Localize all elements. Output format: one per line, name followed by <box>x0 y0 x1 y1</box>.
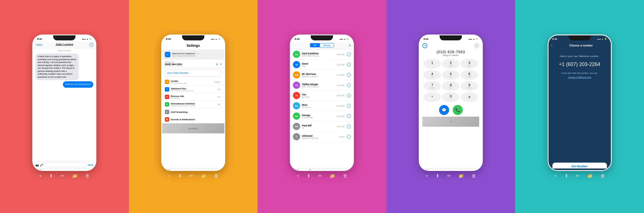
settings-intl-unlimited-row[interactable]: ∞ International Unlimited Unlimited call… <box>162 101 224 108</box>
call-item-steve[interactable]: St Steve Hey! 10:50 AM i <box>291 60 353 70</box>
info-btn-tim[interactable]: i <box>347 94 351 97</box>
key-0[interactable]: 0 + <box>442 92 460 102</box>
share-icon-4[interactable]: ⬆ <box>436 173 439 178</box>
mic-icon[interactable]: 🎤 <box>40 163 43 167</box>
settings-talkatone-plus-row[interactable]: T Talkatone Plus Non-expiring number and… <box>162 86 224 93</box>
message-input[interactable] <box>44 162 87 167</box>
key-3[interactable]: 3 DEF <box>461 59 478 69</box>
tab-keypad-5[interactable]: ⌨ Keypad <box>589 170 595 171</box>
folder-icon-5[interactable]: 📁 <box>587 173 593 178</box>
add-call-button[interactable]: + <box>349 43 351 47</box>
tab-contacts-4[interactable]: 👤 Contacts <box>448 170 454 171</box>
tab-messages-2[interactable]: 💬 Messages <box>176 170 183 171</box>
key-6[interactable]: 6 MNO <box>461 70 478 80</box>
tab-keypad-3[interactable]: ⌨ Keypad <box>332 170 337 171</box>
tab-settings-5[interactable]: ⚙ Settings <box>602 170 607 171</box>
tab-messages-3[interactable]: 💬 50 Messages <box>305 170 312 171</box>
tab-keypad-4[interactable]: ⌨ Keypad <box>461 170 466 171</box>
key-9[interactable]: 9 WXYZ <box>461 81 478 91</box>
share-icon-3[interactable]: ⬆ <box>307 173 310 178</box>
tab-calls-5[interactable]: 📞 Calls <box>552 170 555 171</box>
call-item-talitha[interactable]: TS Talitha Stinger Nah, I don't think so… <box>291 80 353 90</box>
key-7[interactable]: 7 PQRS <box>423 81 441 91</box>
trash-icon-4[interactable]: 🗑 <box>472 173 476 178</box>
trash-icon-2[interactable]: 🗑 <box>214 173 219 178</box>
add-icon-4[interactable]: + <box>425 173 428 178</box>
info-btn-morrison[interactable]: i <box>347 73 351 77</box>
share-icon-2[interactable]: ⬆ <box>178 173 182 178</box>
info-btn-talitha[interactable]: i <box>347 83 351 87</box>
key-5[interactable]: 5 JKL <box>442 70 460 80</box>
key-4[interactable]: 4 GHI <box>423 70 441 80</box>
compose-icon-2[interactable]: ✏ <box>190 173 193 178</box>
trash-icon-3[interactable]: 🗑 <box>343 173 347 178</box>
tab-settings-3[interactable]: ⚙ Settings <box>344 170 350 171</box>
folder-icon-2[interactable]: 📁 <box>201 173 206 178</box>
clear-dialpad-button[interactable]: ✕ <box>474 43 479 48</box>
compose-icon-5[interactable]: ✏ <box>576 173 579 178</box>
tab-contacts-2[interactable]: 👤 Contacts <box>190 170 196 171</box>
tab-settings-1[interactable]: ⚙ Settings <box>87 170 92 171</box>
tab-keypad-1[interactable]: ⌨ Keypad <box>74 170 80 171</box>
tab-calls-4[interactable]: 📞 10 Calls <box>423 170 427 171</box>
tab-messages-1[interactable]: 💬 Messages <box>47 170 54 171</box>
folder-icon-1[interactable]: 📁 <box>72 173 78 178</box>
folder-icon-4[interactable]: 📁 <box>458 173 464 178</box>
choose-different-link[interactable]: Choose a Different One <box>568 76 591 79</box>
call-item-tim[interactable]: Ti Tim [picture] 09:57 AM i <box>291 90 353 101</box>
key-hash[interactable]: # <box>461 92 478 102</box>
call-item-george[interactable]: Ge George Call me later 08:35 AM i <box>291 111 353 121</box>
calls-tab-missed[interactable]: Missed <box>320 43 334 47</box>
tab-settings-2[interactable]: ⚙ Settings <box>215 170 221 171</box>
info-button[interactable]: i <box>89 43 93 47</box>
info-btn-steve[interactable]: i <box>347 63 351 67</box>
call-item-morrison[interactable]: MM Mr. Morrison What do u mean?? 10:34 A… <box>291 70 353 80</box>
tab-calls-1[interactable]: 📞 10 Calls <box>37 170 40 171</box>
add-contact-button[interactable]: + <box>422 43 427 48</box>
camera-icon[interactable]: 📷 <box>35 163 39 167</box>
add-icon-2[interactable]: + <box>168 173 170 178</box>
call-action-button[interactable]: 📞 <box>453 105 463 115</box>
compose-icon-4[interactable]: ✏ <box>447 173 451 178</box>
compose-icon-3[interactable]: ✏ <box>318 173 322 178</box>
copy-icon[interactable]: ⬆ <box>216 63 218 66</box>
get-new-number-button[interactable]: Get a New Number › <box>165 69 222 77</box>
add-icon-3[interactable]: + <box>297 173 299 178</box>
tab-messages-4[interactable]: 💬 Messages <box>434 170 440 171</box>
trash-icon-1[interactable]: 🗑 <box>85 173 90 178</box>
info-btn-unknown[interactable]: i <box>347 135 351 139</box>
back-button-choose[interactable]: ‹ <box>551 43 553 48</box>
trash-icon-5[interactable]: 🗑 <box>601 173 605 178</box>
send-button[interactable]: Send <box>88 164 94 166</box>
key-1[interactable]: 1 <box>423 59 441 69</box>
back-button[interactable]: ‹ Back <box>35 43 42 46</box>
tab-contacts-1[interactable]: 👤 Contacts <box>61 170 67 171</box>
message-action-button[interactable]: 💬 <box>439 105 449 115</box>
add-icon-5[interactable]: + <box>554 173 557 178</box>
tab-calls-3[interactable]: 📞 10 Calls <box>294 170 298 171</box>
info-btn-saul[interactable]: i <box>347 52 351 56</box>
settings-remove-ads-row[interactable]: ✕ Remove Ads Hide all ads Off › <box>162 93 224 101</box>
share-number-icon[interactable]: ↗ <box>220 63 222 66</box>
tab-contacts-5[interactable]: 👤 Contacts <box>576 170 582 171</box>
settings-credits-row[interactable]: ★ Credits For international calls 0 (Buy… <box>162 78 224 86</box>
tab-messages-5[interactable]: 💬 Messages <box>562 170 569 171</box>
info-btn-mom[interactable]: i <box>347 104 351 108</box>
info-btn-george[interactable]: i <box>347 114 351 118</box>
intl-unlimited-toggle[interactable]: Off › <box>217 103 222 106</box>
share-icon-1[interactable]: ⬆ <box>49 173 53 178</box>
add-icon-1[interactable]: + <box>39 173 41 178</box>
tab-keypad-2[interactable]: ⌨ Keypad <box>203 170 208 171</box>
key-2[interactable]: 2 ABC <box>442 59 460 69</box>
settings-sounds-row[interactable]: 🔔 Sounds & Notifications › <box>162 116 224 123</box>
compose-icon-1[interactable]: ✏ <box>61 173 64 178</box>
call-item-unknown[interactable]: ? Unknown (234) 201-7629 (0) 3/4/19 i <box>291 132 353 142</box>
info-btn-paul[interactable]: i <box>347 124 351 128</box>
share-icon-5[interactable]: ⬆ <box>565 173 568 178</box>
folder-icon-3[interactable]: 📁 <box>330 173 335 178</box>
key-star[interactable]: * <box>423 92 441 102</box>
call-item-mom[interactable]: Mo Mom Of course... 09:45 AM i <box>291 101 353 111</box>
tab-settings-4[interactable]: ⚙ Settings <box>473 170 479 171</box>
call-item-paul[interactable]: PM Paul Mill ok 08:14 AM i <box>291 121 353 132</box>
remove-ads-toggle[interactable]: Off › <box>217 96 222 98</box>
